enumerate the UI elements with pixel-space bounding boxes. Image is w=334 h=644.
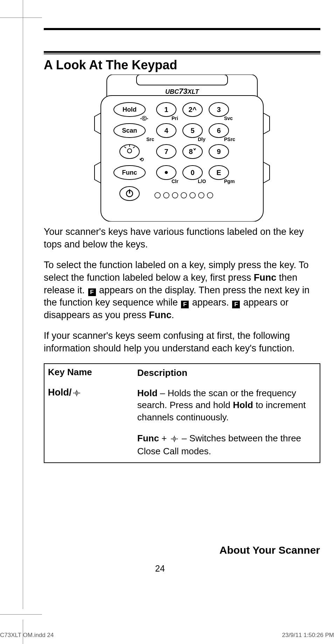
key-hold: Hold — [123, 106, 137, 113]
top-rule — [44, 28, 320, 30]
key-3: 3 — [217, 106, 221, 113]
key-description-table: Key Name Description Hold/ Hold – Holds … — [44, 363, 320, 463]
sub-cc-icon: -ⓒ- — [140, 115, 148, 121]
f-indicator-icon: F — [181, 301, 189, 308]
svg-point-40 — [174, 438, 175, 439]
key-1: 1 — [164, 106, 168, 113]
key-scan: Scan — [122, 127, 137, 134]
key-5: 5 — [190, 127, 194, 134]
key-2: 2^ — [189, 106, 197, 113]
crop-mark-bottom — [0, 614, 42, 615]
key-dot: • — [165, 167, 168, 178]
key-8: 8˅ — [189, 148, 196, 155]
close-call-icon — [170, 433, 179, 445]
key-0: 0 — [190, 169, 194, 176]
f-indicator-icon: F — [232, 301, 240, 308]
key-7: 7 — [164, 148, 168, 155]
page-number: 24 — [0, 564, 320, 574]
paragraph-1: Your scanner's keys have various functio… — [44, 226, 320, 251]
key-func: Func — [122, 169, 137, 176]
close-call-icon — [72, 388, 81, 399]
sub-pri: Pri — [172, 115, 178, 121]
sub-clr: Clr — [172, 178, 179, 184]
sub-lock-icon: ⟲ — [139, 156, 144, 162]
paragraph-2: To select the function labeled on a key,… — [44, 259, 320, 321]
sub-lo: L/O — [198, 178, 206, 184]
table-header-desc: Description — [137, 367, 316, 379]
crop-mark-left — [23, 0, 23, 609]
svg-point-34 — [76, 392, 77, 393]
model-label: UBC73XLT — [165, 87, 200, 96]
f-indicator-icon: F — [88, 288, 96, 296]
keypad-illustration: UBC73XLT Hold Scan Func — [84, 75, 280, 223]
indesign-slug-left: C73XLT OM.indd 24 — [0, 632, 54, 639]
sub-pgm: Pgm — [224, 178, 235, 184]
footer-chapter-title: About Your Scanner — [220, 544, 320, 556]
svg-rect-2 — [137, 75, 228, 85]
section-heading: A Look At The Keypad — [44, 58, 320, 72]
indesign-slug-right: 23/9/11 1:50:26 PM — [282, 632, 334, 639]
crop-mark-top — [0, 18, 42, 18]
sub-src: Src — [146, 136, 154, 142]
sub-psrc: PSrc — [224, 136, 235, 142]
section-rule-thick — [44, 51, 320, 53]
table-row-key: Hold/ — [48, 387, 137, 459]
key-e: E — [216, 169, 221, 176]
key-4: 4 — [164, 127, 168, 134]
key-6: 6 — [217, 127, 221, 134]
paragraph-3: If your scanner's keys seem confusing at… — [44, 330, 320, 355]
table-row-desc: Hold – Holds the scan or the frequency s… — [137, 387, 316, 459]
table-header-key: Key Name — [48, 367, 137, 379]
key-9: 9 — [217, 148, 221, 155]
sub-dly: Dly — [198, 136, 206, 142]
section-rule-thin — [44, 54, 320, 54]
sub-svc: Svc — [224, 115, 233, 121]
